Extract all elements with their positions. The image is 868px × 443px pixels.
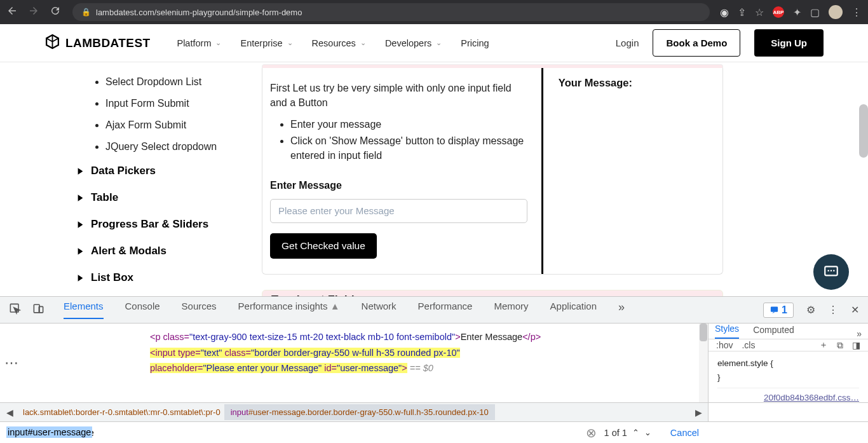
- sidebar-cat-progress[interactable]: Progress Bar & Sliders: [76, 211, 262, 238]
- sidebar-item-select-dropdown[interactable]: Select Dropdown List: [105, 71, 262, 93]
- sidebar-cat-alert[interactable]: Alert & Modals: [76, 238, 262, 264]
- book-demo-button[interactable]: Book a Demo: [653, 29, 740, 57]
- styles-overflow-icon[interactable]: »: [857, 329, 862, 339]
- nav-enterprise[interactable]: Enterprise⌄: [240, 38, 292, 48]
- styles-panel: Styles Computed » :hov .cls ＋ ⧉ ◨ elemen…: [708, 324, 868, 402]
- crumb-right-arrow[interactable]: ▶: [689, 407, 708, 418]
- your-message-label: Your Message:: [559, 77, 710, 89]
- styles-tab[interactable]: Styles: [715, 324, 739, 339]
- sidebar-cat-others[interactable]: Others: [76, 291, 262, 296]
- sidebar-nav: Select Dropdown List Input Form Submit A…: [0, 62, 262, 296]
- nav-developers[interactable]: Developers⌄: [385, 38, 442, 48]
- tab-performance[interactable]: Performance: [418, 301, 473, 319]
- computed-layout-icon[interactable]: ⧉: [837, 340, 843, 351]
- devtools-search-bar: input#user-message ⊗ 1 of 1 ⌃ ⌄ Cancel: [0, 421, 868, 443]
- sidebar-cat-listbox[interactable]: List Box: [76, 264, 262, 291]
- devtools-more-icon[interactable]: ⋮: [828, 304, 838, 316]
- chevron-down-icon: ⌄: [360, 39, 366, 47]
- tab-overflow-icon[interactable]: »: [618, 301, 625, 319]
- chevron-down-icon: ⌄: [436, 39, 442, 47]
- search-count: 1 of 1: [604, 428, 627, 438]
- search-next-icon[interactable]: ⌄: [644, 428, 651, 437]
- device-toolbar-icon[interactable]: [32, 303, 44, 317]
- crumb-left-arrow[interactable]: ◀: [0, 407, 19, 418]
- share-icon[interactable]: ⇪: [738, 6, 746, 18]
- new-style-rule-icon[interactable]: ＋: [819, 339, 828, 351]
- enter-message-label: Enter Message: [270, 180, 527, 191]
- issues-badge[interactable]: 1: [763, 303, 794, 318]
- sidebar-item-ajax-form-submit[interactable]: Ajax Form Submit: [105, 114, 262, 136]
- url-bar[interactable]: 🔒 lambdatest.com/selenium-playground/sim…: [72, 3, 710, 21]
- chevron-down-icon: ⌄: [215, 39, 221, 47]
- step-1: Enter your message: [290, 116, 527, 132]
- nav-pricing[interactable]: Pricing: [461, 38, 489, 48]
- chrome-menu-icon[interactable]: ⋮: [851, 6, 862, 18]
- crumb-current[interactable]: inputinput#user-message.border.border-gr…: [224, 404, 495, 420]
- back-icon[interactable]: [6, 5, 18, 19]
- css-source-link[interactable]: 20f0db84b368edbf.css…: [764, 391, 859, 402]
- signup-button[interactable]: Sign Up: [754, 29, 824, 57]
- site-header: LAMBDATEST Platform⌄ Enterprise⌄ Resourc…: [0, 24, 868, 62]
- devtools-close-icon[interactable]: ✕: [851, 304, 859, 316]
- cls-toggle[interactable]: .cls: [742, 340, 755, 350]
- brand-text: LAMBDATEST: [65, 36, 150, 50]
- forward-icon[interactable]: [28, 5, 39, 19]
- tab-console[interactable]: Console: [125, 301, 160, 319]
- sidebar-cat-data-pickers[interactable]: Data Pickers: [76, 158, 262, 184]
- two-input-fields-heading: Two Input Fields: [262, 290, 723, 296]
- computed-tab[interactable]: Computed: [753, 325, 794, 339]
- crumb-parent[interactable]: lack.smtablet\:border-r-0.smtablet\:mr-0…: [19, 407, 224, 417]
- chevron-down-icon: ⌄: [287, 39, 293, 47]
- login-link[interactable]: Login: [616, 37, 639, 48]
- bookmark-icon[interactable]: ☆: [755, 6, 764, 18]
- nav-resources[interactable]: Resources⌄: [312, 38, 366, 48]
- devtools-search-input[interactable]: [6, 425, 578, 440]
- lock-icon: 🔒: [81, 8, 91, 17]
- sidebar-item-jquery-select[interactable]: JQuery Select dropdown: [105, 136, 262, 158]
- sidebar-cat-table[interactable]: Table: [76, 184, 262, 211]
- element-style-rule[interactable]: element.style {: [717, 358, 773, 368]
- single-input-card: First Let us try be very simple with onl…: [262, 68, 723, 275]
- chat-fab[interactable]: [813, 254, 849, 290]
- tab-memory[interactable]: Memory: [494, 301, 528, 319]
- inspect-icon[interactable]: [9, 303, 21, 317]
- tab-network[interactable]: Network: [362, 301, 397, 319]
- logo-icon: [44, 34, 60, 53]
- elements-gutter-more[interactable]: ⋯: [0, 324, 23, 402]
- browser-chrome-bar: 🔒 lambdatest.com/selenium-playground/sim…: [0, 0, 868, 24]
- toggle-sidebar-icon[interactable]: ◨: [852, 340, 860, 350]
- tab-elements[interactable]: Elements: [64, 301, 104, 319]
- svg-rect-4: [771, 307, 778, 312]
- search-cancel-button[interactable]: Cancel: [670, 428, 699, 438]
- tab-sources[interactable]: Sources: [182, 301, 217, 319]
- hov-toggle[interactable]: :hov: [716, 340, 733, 350]
- step-2: Click on 'Show Message' button to displa…: [290, 133, 527, 163]
- tab-application[interactable]: Application: [550, 301, 597, 319]
- elements-breadcrumb: ◀ lack.smtablet\:border-r-0.smtablet\:mr…: [0, 402, 708, 421]
- nav-platform[interactable]: Platform⌄: [177, 38, 221, 48]
- abp-extension-icon[interactable]: ABP: [773, 6, 784, 18]
- get-checked-value-button[interactable]: Get Checked value: [270, 233, 377, 259]
- page-content: Select Dropdown List Input Form Submit A…: [0, 62, 868, 296]
- intro-text: First Let us try be very simple with onl…: [270, 81, 527, 110]
- message-input[interactable]: [270, 199, 527, 223]
- brand-logo[interactable]: LAMBDATEST: [44, 34, 150, 53]
- url-text: lambdatest.com/selenium-playground/simpl…: [96, 8, 302, 17]
- search-clear-icon[interactable]: ⊗: [586, 425, 597, 440]
- tab-perf-insights[interactable]: Performance insights ▲: [238, 301, 340, 319]
- google-icon[interactable]: ◉: [720, 6, 729, 18]
- extension-puzzle-icon[interactable]: ✦: [793, 6, 801, 18]
- devtools-toolbar: Elements Console Sources Performance ins…: [0, 297, 868, 324]
- search-prev-icon[interactable]: ⌃: [632, 428, 639, 437]
- reload-icon[interactable]: [50, 5, 61, 19]
- elements-scrollbar[interactable]: [699, 324, 708, 402]
- window-icon[interactable]: ▢: [810, 6, 820, 18]
- profile-avatar[interactable]: [829, 5, 843, 19]
- devtools-panel: Elements Console Sources Performance ins…: [0, 296, 868, 443]
- sidebar-item-input-form-submit[interactable]: Input Form Submit: [105, 93, 262, 114]
- settings-gear-icon[interactable]: ⚙: [806, 304, 815, 316]
- elements-dom-tree[interactable]: <p class="text-gray-900 text-size-15 mt-…: [23, 324, 699, 402]
